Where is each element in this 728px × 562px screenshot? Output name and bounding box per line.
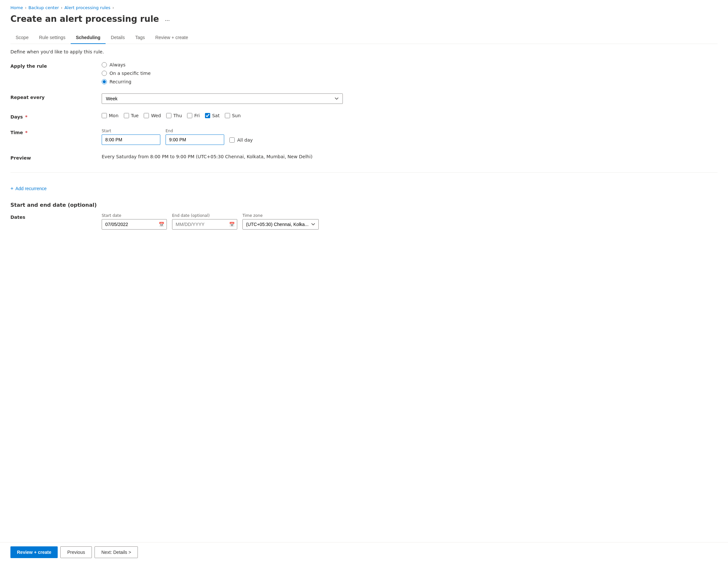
- breadcrumb-alert-processing-rules: Alert processing rules: [65, 5, 110, 10]
- apply-rule-row: Apply the rule Always On a specific time…: [10, 62, 718, 84]
- day-wed[interactable]: Wed: [144, 113, 161, 118]
- day-fri[interactable]: Fri: [187, 113, 200, 118]
- preview-row: Preview Every Saturday from 8:00 PM to 9…: [10, 154, 718, 161]
- day-fri-label: Fri: [194, 113, 200, 118]
- breadcrumb-home[interactable]: Home: [10, 5, 23, 10]
- day-thu-label: Thu: [173, 113, 182, 118]
- breadcrumb-sep-3: ›: [112, 6, 114, 10]
- page-title: Create an alert processing rule: [10, 14, 159, 24]
- radio-always[interactable]: Always: [102, 62, 718, 67]
- radio-recurring-input[interactable]: [102, 79, 107, 84]
- breadcrumb-sep-2: ›: [61, 6, 63, 10]
- end-date-field: End date (optional) 📅: [172, 213, 237, 230]
- start-end-date-heading: Start and end date (optional): [10, 202, 718, 208]
- start-date-field: Start date 📅: [102, 213, 167, 230]
- start-end-date-section: Start and end date (optional) Dates Star…: [10, 202, 718, 230]
- dates-label: Dates: [10, 213, 102, 220]
- radio-always-input[interactable]: [102, 62, 107, 67]
- radio-recurring-label: Recurring: [109, 79, 131, 84]
- end-time-field: End: [166, 129, 224, 145]
- day-thu-input[interactable]: [166, 113, 171, 118]
- divider: [10, 172, 718, 173]
- start-date-input[interactable]: [102, 219, 167, 230]
- day-mon-label: Mon: [109, 113, 119, 118]
- timezone-label: Time zone: [242, 213, 319, 218]
- footer: Review + create Previous Next: Details >: [0, 542, 728, 562]
- add-recurrence-button[interactable]: + Add recurrence: [10, 184, 718, 193]
- days-checkboxes: Mon Tue Wed Thu: [102, 113, 718, 118]
- tab-review-create[interactable]: Review + create: [150, 32, 193, 44]
- subtitle: Define when you'd like to apply this rul…: [10, 49, 718, 54]
- days-control: Mon Tue Wed Thu: [102, 113, 718, 118]
- preview-control: Every Saturday from 8:00 PM to 9:00 PM (…: [102, 154, 718, 159]
- plus-icon: +: [10, 186, 13, 192]
- tab-scheduling[interactable]: Scheduling: [71, 32, 106, 44]
- day-mon[interactable]: Mon: [102, 113, 119, 118]
- repeat-every-control: Hour Day Week Month: [102, 94, 718, 104]
- time-inputs-row: Start End All day: [102, 129, 718, 145]
- next-details-button[interactable]: Next: Details >: [95, 546, 138, 558]
- day-tue-input[interactable]: [124, 113, 129, 118]
- tab-rule-settings[interactable]: Rule settings: [34, 32, 71, 44]
- time-control: Start End All day: [102, 129, 718, 145]
- repeat-every-select[interactable]: Hour Day Week Month: [102, 94, 343, 104]
- repeat-every-row: Repeat every Hour Day Week Month: [10, 94, 718, 104]
- tab-scope[interactable]: Scope: [10, 32, 34, 44]
- start-time-input[interactable]: [102, 135, 160, 145]
- tabs-container: Scope Rule settings Scheduling Details T…: [10, 32, 718, 44]
- days-required: *: [23, 114, 27, 120]
- add-recurrence-label: Add recurrence: [15, 186, 47, 191]
- timezone-field: Time zone (UTC+05:30) Chennai, Kolka...: [242, 213, 319, 230]
- allday-checkbox[interactable]: [229, 137, 235, 143]
- start-date-label: Start date: [102, 213, 167, 218]
- day-mon-input[interactable]: [102, 113, 107, 118]
- radio-group-apply: Always On a specific time Recurring: [102, 62, 718, 84]
- allday-label: All day: [237, 137, 253, 143]
- end-date-input[interactable]: [172, 219, 237, 230]
- end-time-label: End: [166, 129, 224, 133]
- day-fri-input[interactable]: [187, 113, 192, 118]
- radio-specific-time-label: On a specific time: [109, 71, 151, 76]
- dates-row: Dates Start date 📅 End date (optional): [10, 213, 718, 230]
- breadcrumb-sep-1: ›: [25, 6, 26, 10]
- day-sun[interactable]: Sun: [225, 113, 241, 118]
- previous-button[interactable]: Previous: [60, 546, 92, 558]
- time-section: Start End All day: [102, 129, 718, 145]
- repeat-every-label: Repeat every: [10, 94, 102, 100]
- day-thu[interactable]: Thu: [166, 113, 182, 118]
- day-sat-label: Sat: [212, 113, 220, 118]
- day-sat-input[interactable]: [205, 113, 210, 118]
- time-row: Time * Start End: [10, 129, 718, 145]
- form-section: Apply the rule Always On a specific time…: [10, 62, 718, 230]
- page-title-row: Create an alert processing rule ...: [10, 14, 718, 24]
- days-row: Days * Mon Tue Wed: [10, 113, 718, 120]
- day-sat[interactable]: Sat: [205, 113, 220, 118]
- timezone-select[interactable]: (UTC+05:30) Chennai, Kolka...: [242, 219, 319, 230]
- allday-item[interactable]: All day: [229, 137, 253, 143]
- start-time-label: Start: [102, 129, 160, 133]
- day-tue-label: Tue: [131, 113, 139, 118]
- breadcrumb-backup-center[interactable]: Backup center: [28, 5, 59, 10]
- time-label: Time *: [10, 129, 102, 135]
- end-time-input[interactable]: [166, 135, 224, 145]
- day-wed-label: Wed: [151, 113, 161, 118]
- review-create-button[interactable]: Review + create: [10, 546, 58, 558]
- day-tue[interactable]: Tue: [124, 113, 139, 118]
- preview-label: Preview: [10, 154, 102, 161]
- radio-specific-time[interactable]: On a specific time: [102, 71, 718, 76]
- dates-fields: Start date 📅 End date (optional) 📅: [102, 213, 319, 230]
- tab-details[interactable]: Details: [106, 32, 130, 44]
- tab-tags[interactable]: Tags: [130, 32, 150, 44]
- radio-recurring[interactable]: Recurring: [102, 79, 718, 84]
- preview-text: Every Saturday from 8:00 PM to 9:00 PM (…: [102, 153, 313, 159]
- radio-always-label: Always: [109, 62, 125, 67]
- day-wed-input[interactable]: [144, 113, 149, 118]
- end-date-input-wrap: 📅: [172, 219, 237, 230]
- start-date-input-wrap: 📅: [102, 219, 167, 230]
- apply-rule-label: Apply the rule: [10, 62, 102, 69]
- start-time-field: Start: [102, 129, 160, 145]
- day-sun-input[interactable]: [225, 113, 230, 118]
- radio-specific-time-input[interactable]: [102, 71, 107, 76]
- ellipsis-button[interactable]: ...: [163, 15, 172, 23]
- apply-rule-control: Always On a specific time Recurring: [102, 62, 718, 84]
